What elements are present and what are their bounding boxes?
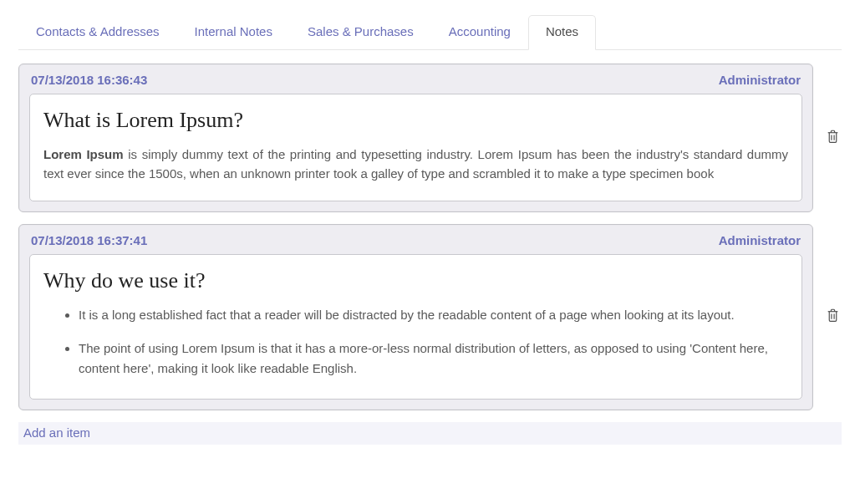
tab-label: Internal Notes: [195, 24, 272, 38]
add-item-link[interactable]: Add an item: [23, 425, 90, 440]
note-paragraph-text: is simply dummy text of the printing and…: [43, 147, 788, 181]
note-bullet-item: It is a long established fact that a rea…: [79, 305, 788, 325]
note-header: 07/13/2018 16:36:43 Administrator: [29, 73, 802, 94]
tab-label: Sales & Purchases: [308, 24, 414, 38]
tab-label: Accounting: [449, 24, 511, 38]
trash-icon: [827, 130, 839, 146]
tab-notes[interactable]: Notes: [528, 15, 596, 50]
note-paragraph: Lorem Ipsum is simply dummy text of the …: [43, 145, 788, 184]
note-bullet-list: It is a long established fact that a rea…: [43, 305, 788, 379]
tab-label: Contacts & Addresses: [36, 24, 160, 38]
note-timestamp: 07/13/2018 16:36:43: [31, 73, 147, 87]
note-card: 07/13/2018 16:36:43 Administrator What i…: [18, 64, 813, 212]
note-body[interactable]: What is Lorem Ipsum? Lorem Ipsum is simp…: [29, 94, 802, 201]
note-author: Administrator: [719, 73, 801, 87]
note-bullet-item: The point of using Lorem Ipsum is that i…: [79, 339, 788, 379]
note-row: 07/13/2018 16:37:41 Administrator Why do…: [18, 224, 842, 410]
note-author: Administrator: [719, 233, 801, 247]
note-header: 07/13/2018 16:37:41 Administrator: [29, 233, 802, 254]
tab-sales-purchases[interactable]: Sales & Purchases: [290, 15, 431, 49]
tab-accounting[interactable]: Accounting: [431, 15, 528, 49]
note-card: 07/13/2018 16:37:41 Administrator Why do…: [18, 224, 813, 410]
tab-label: Notes: [546, 24, 578, 38]
note-title: What is Lorem Ipsum?: [43, 108, 788, 133]
trash-icon: [827, 308, 839, 325]
note-bold-lead: Lorem Ipsum: [43, 147, 124, 161]
delete-note-button[interactable]: [823, 308, 842, 325]
note-title: Why do we use it?: [43, 268, 788, 293]
tab-contacts-addresses[interactable]: Contacts & Addresses: [18, 15, 177, 49]
delete-note-button[interactable]: [823, 130, 842, 146]
tabs-bar: Contacts & Addresses Internal Notes Sale…: [18, 15, 842, 50]
add-item-area: Add an item: [18, 422, 842, 445]
tab-internal-notes[interactable]: Internal Notes: [177, 15, 290, 49]
note-timestamp: 07/13/2018 16:37:41: [31, 233, 147, 247]
note-row: 07/13/2018 16:36:43 Administrator What i…: [18, 64, 842, 212]
note-body[interactable]: Why do we use it? It is a long establish…: [29, 254, 802, 400]
